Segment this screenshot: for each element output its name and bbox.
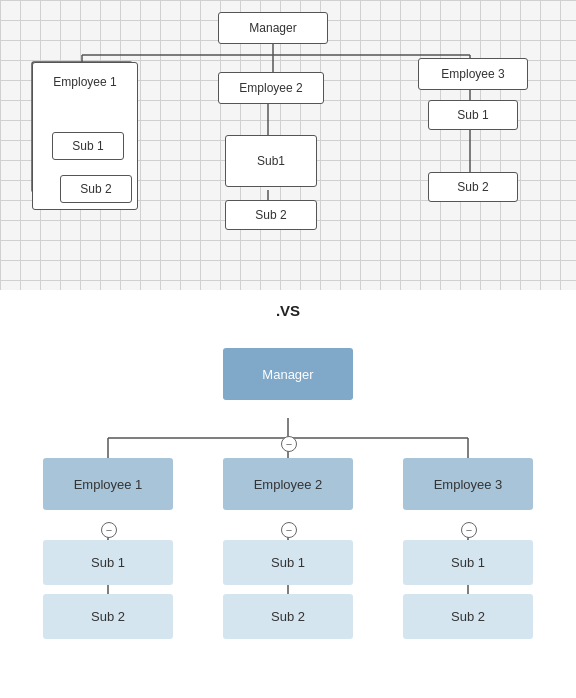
bottom-e3-sub2: Sub 2 [403, 594, 533, 639]
emp3-collapse-btn[interactable]: − [461, 522, 477, 538]
bottom-e3-sub1: Sub 1 [403, 540, 533, 585]
top-emp3-box: Employee 3 [418, 58, 528, 90]
top-e1-sub1: Sub 1 [52, 132, 124, 160]
bottom-emp2: Employee 2 [223, 458, 353, 510]
bottom-e1-sub1-box: Sub 1 [43, 540, 173, 585]
top-diagram: Manager Employee 1 Sub 1 Sub 2 Employee … [0, 0, 576, 290]
bottom-emp1-box: Employee 1 [43, 458, 173, 510]
bottom-e2-sub2: Sub 2 [223, 594, 353, 639]
manager-collapse-btn[interactable]: − [281, 436, 297, 452]
bottom-emp1: Employee 1 [43, 458, 173, 510]
bottom-e2-sub1: Sub 1 [223, 540, 353, 585]
bottom-e2-sub1-box: Sub 1 [223, 540, 353, 585]
top-e3-sub2: Sub 2 [428, 172, 518, 202]
bottom-e1-sub1: Sub 1 [43, 540, 173, 585]
bottom-e3-sub2-box: Sub 2 [403, 594, 533, 639]
bottom-emp2-box: Employee 2 [223, 458, 353, 510]
top-emp2-box: Employee 2 [218, 72, 324, 104]
bottom-emp3: Employee 3 [403, 458, 533, 510]
top-e1-sub2: Sub 2 [60, 175, 132, 203]
bottom-manager: Manager [223, 348, 353, 400]
bottom-e1-sub2: Sub 2 [43, 594, 173, 639]
top-manager-box: Manager [218, 12, 328, 44]
bottom-manager-box: Manager [223, 348, 353, 400]
emp1-collapse-btn[interactable]: − [101, 522, 117, 538]
vs-divider: .VS [0, 290, 576, 330]
bottom-emp3-box: Employee 3 [403, 458, 533, 510]
top-e2-sub2: Sub 2 [225, 200, 317, 230]
bottom-diagram: Manager − Employee 1 − Employee 2 − Empl… [0, 330, 576, 698]
bottom-e1-sub2-box: Sub 2 [43, 594, 173, 639]
top-emp1-label: Employee 1 [37, 68, 133, 96]
bottom-e3-sub1-box: Sub 1 [403, 540, 533, 585]
emp2-collapse-btn[interactable]: − [281, 522, 297, 538]
bottom-e2-sub2-box: Sub 2 [223, 594, 353, 639]
top-e2-sub1: Sub1 [225, 135, 317, 187]
top-e3-sub1: Sub 1 [428, 100, 518, 130]
